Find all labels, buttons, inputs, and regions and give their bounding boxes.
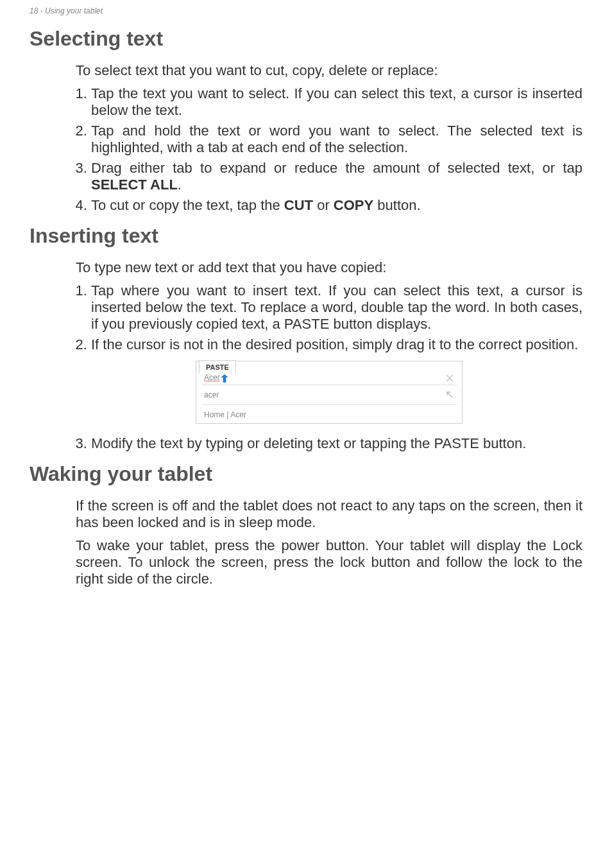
selecting-step-1: Tap the text you want to select. If you … [91, 85, 582, 119]
selecting-step4-bold1: CUT [284, 197, 313, 213]
heading-selecting-text: Selecting text [30, 27, 582, 51]
header-section: Using your tablet [45, 6, 103, 15]
paste-popup-label: PASTE [199, 360, 236, 373]
selecting-step3-pre: Drag either tab to expand or reduce the … [91, 160, 582, 176]
selecting-step-3: Drag either tab to expand or reduce the … [91, 160, 582, 193]
selecting-step-4: To cut or copy the text, tap the CUT or … [91, 197, 582, 214]
inserting-step-1: Tap where you want to insert text. If yo… [91, 282, 582, 333]
waking-body: If the screen is off and the tablet does… [76, 498, 582, 587]
selecting-step-2: Tap and hold the text or word you want t… [91, 123, 582, 156]
inserting-body: To type new text or add text that you ha… [76, 259, 582, 452]
selecting-body: To select text that you want to cut, cop… [76, 62, 582, 214]
waking-paragraph-2: To wake your tablet, press the power but… [76, 537, 582, 587]
selecting-step4-mid: or [313, 197, 334, 213]
selecting-step3-post: . [178, 177, 182, 193]
suggestion-1-text: acer [204, 390, 219, 399]
suggestion-2-text: Home | Acer [204, 410, 246, 419]
inserting-step-3: Modify the text by typing or deleting te… [91, 435, 582, 452]
heading-waking-tablet: Waking your tablet [30, 462, 582, 486]
selecting-step4-bold2: COPY [334, 197, 373, 213]
inserting-intro: To type new text or add text that you ha… [76, 259, 582, 276]
selecting-step3-bold: SELECT ALL [91, 177, 178, 193]
inserting-step-2: If the cursor is not in the desired posi… [91, 336, 582, 353]
page-container: 18 - Using your tablet Selecting text To… [0, 0, 612, 868]
waking-paragraph-1: If the screen is off and the tablet does… [76, 498, 582, 531]
selecting-intro: To select text that you want to cut, cop… [76, 62, 582, 79]
svg-line-3 [447, 392, 452, 397]
clear-icon [445, 374, 454, 383]
selecting-steps: Tap the text you want to select. If you … [76, 85, 582, 214]
svg-marker-0 [221, 374, 228, 383]
paste-input-row: PASTE Acer [196, 361, 462, 385]
heading-inserting-text: Inserting text [30, 224, 582, 248]
inserting-steps-part1: Tap where you want to insert text. If yo… [76, 282, 582, 353]
suggestion-row-2: Home | Acer [196, 405, 462, 423]
paste-input-text: Acer [204, 373, 220, 382]
page-number: 18 [30, 6, 38, 15]
inserting-steps-part2: Modify the text by typing or deleting te… [76, 435, 582, 452]
selecting-step4-post: button. [373, 197, 420, 213]
selecting-step4-pre: To cut or copy the text, tap the [91, 197, 284, 213]
suggestion-row-1: acer [196, 385, 462, 404]
text-cursor-icon [221, 374, 228, 383]
paste-input-line: Acer [196, 361, 462, 385]
page-header: 18 - Using your tablet [30, 6, 582, 15]
insert-arrow-icon [445, 390, 454, 399]
paste-example-figure: PASTE Acer acer [196, 361, 463, 424]
